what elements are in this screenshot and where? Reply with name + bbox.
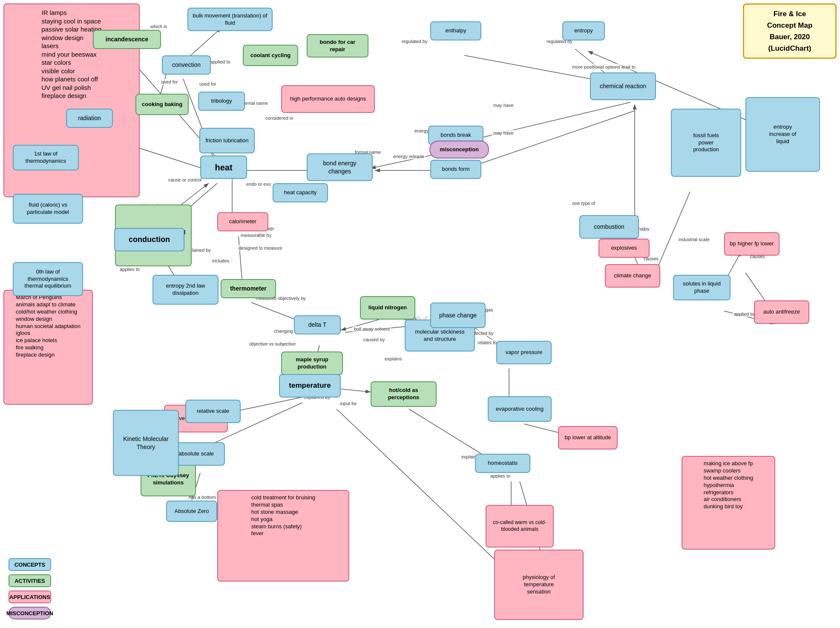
title-line2: Concept Map [767, 21, 813, 29]
solutes-liquid-text: solutes in liquid phase [678, 280, 725, 295]
edge-input-for: input for [339, 400, 358, 406]
evaporative-cooling-text: evaporative cooling [496, 406, 544, 413]
cooking-baking-text: cooking baking [142, 101, 182, 108]
node-hot-cold-perceptions: hot/cold as perceptions [371, 381, 437, 407]
tribology-text: tribology [211, 98, 232, 105]
node-combustion: combustion [579, 215, 639, 239]
edge-includes: includes [211, 258, 230, 264]
node-relative-scale: relative scale [185, 400, 241, 423]
node-fluid-caloric: fluid (caloric) vs particulate model [13, 194, 83, 224]
title-box: Fire & Ice Concept Map Bauer, 2020 (Luci… [743, 3, 837, 59]
edge-regulated-enthalpy: regulated by [400, 38, 429, 44]
edge-industrial-scale: industrial scale [677, 236, 711, 242]
edge-applies-to-homeostatis: applies to [489, 473, 512, 479]
misconception-text: misconception [440, 146, 479, 153]
node-kinetic-molecular: Kinetic Molecular Theory [113, 410, 179, 476]
edge-one-type-of: one type of [571, 200, 596, 206]
liquid-nitrogen-text: liquid nitrogen [368, 304, 407, 311]
edge-endo-exo: endo or exo [245, 181, 272, 187]
edge-used-for-tribology: used for [198, 81, 218, 87]
delta-t-text: delta T [308, 321, 327, 328]
node-heat: heat [200, 156, 247, 179]
physiology-text: physiology of temperature sensation [523, 574, 555, 596]
node-evaporative-cooling: evaporative cooling [488, 396, 552, 422]
node-bondo-car: bondo for car repair [307, 34, 368, 58]
making-ice-text: making ice above fp swamp coolers hot we… [704, 460, 753, 510]
combustion-text: combustion [594, 223, 624, 230]
friction-lubrication-text: friction lubrication [205, 137, 248, 144]
first-law-text: 1st law of thermodynamics [18, 150, 74, 165]
node-making-ice: making ice above fp swamp coolers hot we… [682, 456, 775, 550]
conduction-text: conduction [129, 235, 170, 245]
calorimeter-text: calorimeter [229, 218, 256, 225]
edge-considered-in: considered in [264, 115, 294, 121]
explosives-text: explosives [611, 245, 637, 252]
temperature-text: temperature [289, 381, 331, 390]
bp-higher-text: bp higher fp lower [730, 240, 774, 248]
node-zeroth-law: 0th law of thermodynamics thermal equili… [13, 262, 83, 296]
svg-line-28 [469, 102, 630, 141]
node-tribology: tribology [198, 92, 245, 111]
climate-change-text: climate change [614, 272, 651, 279]
legend-concepts-label: CONCEPTS [14, 562, 45, 568]
svg-line-43 [341, 320, 379, 330]
homeostatis-text: homeostatis [488, 460, 518, 467]
edge-applied-to-antifreeze: applied to [733, 311, 756, 317]
legend: CONCEPTS ACTIVITIES APPLICATIONS MISCONC… [9, 558, 51, 619]
incandescence-text: incandescence [106, 35, 148, 43]
node-calorimeter: calorimeter [217, 212, 268, 231]
heat-text: heat [215, 162, 232, 173]
node-thermometer: thermometer [221, 279, 276, 298]
absolute-scale-text: absolute scale [178, 450, 214, 458]
co-called-warm-text: co-called warm vs cold-blooded animals [491, 519, 549, 533]
node-physiology: physiology of temperature sensation [494, 550, 584, 620]
title-line1: Fire & Ice [774, 10, 806, 18]
bulk-movement-text: bulk movement (translation) of fluid [193, 12, 268, 27]
edge-more-positional: more positional options lead to [571, 64, 637, 70]
ir-lamps-text: IR lamps staying cool in space passive s… [42, 9, 102, 100]
title-line3: Bauer, 2020 [770, 33, 810, 41]
legend-activities: ACTIVITIES [9, 574, 51, 587]
bond-energy-text: bond energy changes [312, 159, 368, 175]
edge-energy-release: energy release [392, 153, 426, 159]
node-coolant-cycling: coolant cycling [243, 45, 298, 66]
node-homeostatis: homeostatis [475, 454, 530, 473]
edge-may-have-break: may have [492, 102, 515, 108]
molecular-stickiness-text: molecular stickiness and structure [410, 328, 470, 343]
convection-text: convection [172, 61, 201, 69]
phase-change-text: phase change [439, 311, 477, 319]
entropy-2nd-text: entropy 2nd law dissipation [158, 282, 213, 297]
edge-formal-name: formal name [241, 100, 269, 106]
node-bonds-form: bonds form [430, 160, 481, 179]
zeroth-law-text: 0th law of thermodynamics thermal equili… [18, 268, 78, 290]
heat-capacity-text: heat capacity [284, 189, 317, 196]
fluid-caloric-text: fluid (caloric) vs particulate model [18, 202, 78, 216]
svg-line-29 [473, 111, 635, 166]
bonds-break-text: bonds break [440, 132, 471, 139]
edge-applied-to: applied to [209, 59, 232, 65]
legend-misconception: MISCONCEPTION [9, 607, 51, 619]
node-enthalpy: enthalpy [430, 21, 481, 40]
radiation-text: radiation [78, 114, 101, 122]
node-liquid-nitrogen: liquid nitrogen [360, 296, 415, 320]
node-delta-t: delta T [294, 315, 341, 334]
node-cold-treatment: cold treatment for bruising thermal spas… [217, 490, 349, 582]
node-fossil-fuels: fossil fuels power production [671, 109, 741, 177]
march-penguins-text: March of Penguins animals adapt to clima… [16, 294, 81, 359]
node-vapor-pressure: vapor pressure [496, 341, 552, 364]
node-temperature: temperature [279, 374, 341, 398]
coolant-cycling-text: coolant cycling [250, 52, 291, 59]
edge-applies-to-0th: applies to [118, 266, 141, 272]
relative-scale-text: relative scale [197, 408, 229, 415]
bondo-car-text: bondo for car repair [312, 39, 363, 53]
vapor-pressure-text: vapor pressure [506, 349, 543, 356]
node-bond-energy: bond energy changes [307, 153, 373, 181]
entropy-increase-text: entropy increase of liquid [769, 124, 797, 145]
fossil-fuels-text: fossil fuels power production [693, 132, 719, 154]
concept-map: which is applied to glow in visible appl… [0, 0, 840, 628]
node-heat-capacity: heat capacity [273, 183, 328, 202]
auto-antifreeze-text: auto antifreeze [763, 308, 800, 316]
edge-relates-to: relates to [476, 340, 498, 346]
node-misconception-concept: misconception [429, 141, 489, 158]
chemical-reaction-text: chemical reaction [600, 82, 646, 90]
